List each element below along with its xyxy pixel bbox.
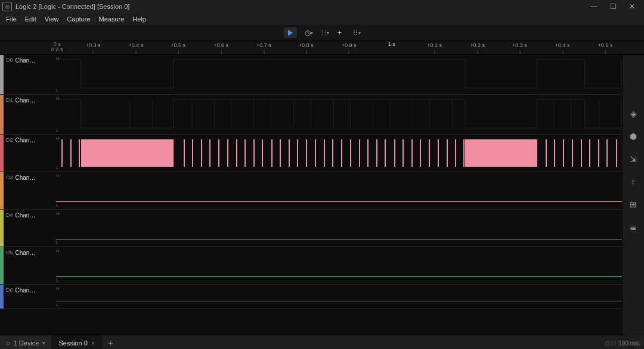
add-button[interactable]: + [335, 28, 345, 38]
channel-d1[interactable]: D1Chan…HL [0, 95, 622, 135]
flat-trace [56, 276, 622, 277]
flat-trace [56, 201, 622, 202]
level-high: H [56, 211, 60, 216]
close-tab-icon[interactable]: × [91, 339, 95, 347]
tick: +0.2 s [470, 42, 485, 48]
channel-id: D2 [6, 137, 13, 143]
menu-help[interactable]: Help [129, 14, 150, 24]
tick: +0.7 s [256, 42, 271, 48]
tick: +0.3 s [512, 42, 527, 48]
channel-label[interactable]: D3Chan… [4, 172, 56, 209]
tick: +0.8 s [299, 42, 314, 48]
level-high: H [56, 136, 60, 141]
app-icon: ◎ [2, 2, 12, 11]
grid-icon[interactable]: ⊞ [628, 199, 639, 210]
tab-session-0[interactable]: Session 0 × [51, 335, 102, 349]
bulb-icon[interactable]: ♀ [628, 176, 639, 187]
channel-label[interactable]: D0Chan… [4, 55, 56, 94]
channel-d4[interactable]: D4Chan…HL [0, 210, 622, 247]
close-button[interactable]: ✕ [623, 0, 642, 13]
tick: +0.5 s [598, 42, 613, 48]
device-label: 1 Device [14, 339, 39, 347]
level-high: H [56, 173, 60, 179]
channel-d5[interactable]: D5Chan…HL [0, 247, 622, 285]
tune-icon[interactable]: ⇲ [628, 154, 639, 164]
device-icon: ○ [6, 339, 10, 347]
channel-id: D5 [6, 250, 13, 255]
channel-area[interactable]: D0Chan…HLD1Chan…HLD2Chan…HLD3Chan…HLD4Ch… [0, 55, 622, 335]
channel-id: D6 [6, 287, 13, 293]
minimize-button[interactable]: — [584, 0, 603, 13]
channel-name: Chan… [16, 137, 36, 144]
burst-block [81, 139, 174, 167]
channel-label[interactable]: D1Chan… [4, 95, 56, 134]
channel-name: Chan… [16, 287, 36, 294]
channel-plot[interactable]: HL [56, 285, 622, 309]
channel-plot[interactable]: HL [56, 95, 622, 134]
channel-id: D3 [6, 174, 13, 180]
channel-name: Chan… [16, 97, 36, 104]
play-icon [288, 30, 293, 36]
notes-icon[interactable]: ≣ [628, 222, 639, 232]
session-tabs: Session 0 × + [51, 335, 119, 349]
tick: +0.1 s [427, 42, 442, 48]
options-menu[interactable]: ⁝⁝▾ [351, 28, 361, 38]
trigger-menu[interactable]: ⸽⸽▾ [319, 28, 329, 38]
channel-plot[interactable]: HL [56, 210, 622, 247]
level-low: L [56, 240, 58, 245]
seconds-marker: 1 s [388, 41, 395, 47]
hex-icon[interactable]: ⬢ [628, 131, 639, 142]
channel-d0[interactable]: D0Chan…HL [0, 55, 622, 95]
menu-edit[interactable]: Edit [21, 14, 40, 24]
menu-view[interactable]: View [41, 14, 63, 24]
flat-trace [56, 239, 622, 239]
tab-label: Session 0 [58, 339, 87, 347]
tick: +0.5 s [171, 42, 185, 48]
statusbar: ○ 1 Device ▾ Session 0 × + 100 ms [0, 335, 644, 349]
channel-label[interactable]: D4Chan… [4, 210, 56, 247]
window-title: Logic 2 [Logic - Connected] [Session 0] [16, 3, 129, 10]
level-low: L [56, 302, 58, 307]
side-panel: ◈⬢⇲♀⊞≣ [622, 55, 644, 335]
channel-plot[interactable]: HL [56, 172, 622, 209]
menu-measure[interactable]: Measure [95, 14, 128, 24]
level-low: L [56, 165, 58, 170]
capture-toolbar: ◷▾ ⸽⸽▾ + ⁝⁝▾ [0, 25, 644, 41]
level-low: L [56, 202, 58, 208]
layers-icon[interactable]: ◈ [628, 108, 639, 119]
menu-capture[interactable]: Capture [63, 14, 94, 24]
channel-name: Chan… [16, 57, 36, 64]
channel-name: Chan… [16, 250, 36, 256]
menubar: FileEditViewCaptureMeasureHelp [0, 13, 644, 25]
tick: +0.3 s [86, 42, 101, 48]
tick: +0.4 s [555, 42, 570, 48]
level-high: H [56, 248, 60, 254]
burst-block [465, 139, 537, 167]
titlebar: ◎ Logic 2 [Logic - Connected] [Session 0… [0, 0, 644, 13]
timer-menu[interactable]: ◷▾ [303, 28, 313, 38]
channel-name: Chan… [16, 174, 36, 181]
channel-d2[interactable]: D2Chan…HL [0, 135, 622, 172]
flat-trace [56, 301, 622, 301]
channel-plot[interactable]: HL [56, 247, 622, 284]
channel-plot[interactable]: HL [56, 55, 622, 94]
tick: +0.6 s [213, 42, 228, 48]
workspace: D0Chan…HLD1Chan…HLD2Chan…HLD3Chan…HLD4Ch… [0, 55, 644, 335]
channel-d6[interactable]: D6Chan…HL [0, 285, 622, 309]
tick: +0.9 s [342, 42, 357, 48]
channel-id: D4 [6, 212, 13, 218]
channel-label[interactable]: D2Chan… [4, 135, 56, 172]
menu-file[interactable]: File [2, 14, 20, 24]
level-high: H [56, 286, 60, 291]
play-button[interactable] [284, 27, 297, 38]
channel-d3[interactable]: D3Chan…HL [0, 172, 622, 210]
device-selector[interactable]: ○ 1 Device ▾ [0, 335, 51, 349]
channel-label[interactable]: D6Chan… [4, 285, 56, 309]
channel-id: D1 [6, 97, 13, 103]
timeline-ruler[interactable]: 0 s 0.2 s +0.3 s+0.4 s+0.5 s+0.6 s+0.7 s… [0, 41, 644, 55]
channel-plot[interactable]: HL [56, 135, 622, 172]
tick: +0.4 s [128, 42, 143, 48]
channel-label[interactable]: D5Chan… [4, 247, 56, 284]
add-tab-button[interactable]: + [102, 338, 119, 348]
maximize-button[interactable]: ☐ [603, 0, 623, 13]
